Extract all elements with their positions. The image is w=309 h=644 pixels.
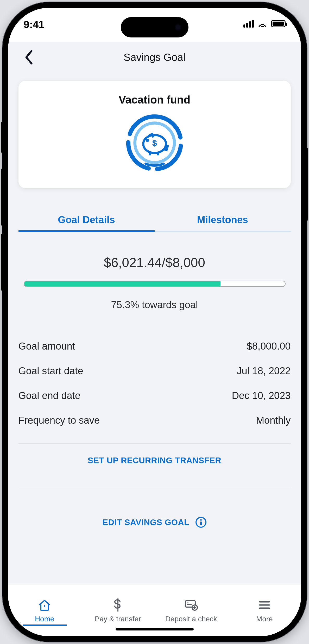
goal-name: Vacation fund [119, 94, 190, 106]
detail-label: Goal amount [18, 341, 75, 352]
savings-progress-graphic: $ [125, 113, 185, 173]
menu-icon [257, 598, 272, 612]
progress-amount: $6,021.44/$8,000 [24, 255, 286, 270]
detail-label: Frequency to save [18, 415, 100, 426]
svg-point-7 [44, 605, 45, 607]
nav-home[interactable]: Home [8, 584, 81, 636]
goal-details-list: Goal amount$8,000.00Goal start dateJul 1… [18, 334, 291, 433]
dollar-icon [111, 598, 125, 612]
back-button[interactable] [24, 49, 34, 65]
nav-home-label: Home [35, 615, 54, 623]
home-indicator[interactable] [116, 628, 194, 630]
svg-point-3 [147, 140, 148, 141]
detail-row: Goal start dateJul 18, 2022 [18, 359, 291, 383]
progress-bar [24, 281, 286, 287]
goal-card: Vacation fund $ [18, 81, 291, 188]
detail-row: Frequency to saveMonthly [18, 408, 291, 433]
tab-milestones[interactable]: Milestones [155, 214, 291, 232]
dynamic-island [121, 17, 188, 37]
detail-row: Goal amount$8,000.00 [18, 334, 291, 359]
divider [18, 488, 291, 488]
detail-row: Goal end dateDec 10, 2023 [18, 383, 291, 408]
detail-value: $8,000.00 [247, 341, 291, 352]
svg-rect-6 [200, 521, 202, 525]
nav-more[interactable]: More [228, 584, 301, 636]
svg-point-5 [200, 519, 202, 521]
detail-value: Monthly [256, 415, 291, 426]
edit-savings-goal-button[interactable]: EDIT SAVINGS GOAL [103, 518, 189, 527]
battery-icon [271, 20, 286, 27]
info-icon[interactable] [196, 517, 206, 528]
nav-deposit-label: Deposit a check [165, 615, 217, 623]
svg-text:$: $ [152, 138, 157, 148]
detail-label: Goal start date [18, 365, 83, 377]
detail-tabs: Goal Details Milestones [18, 214, 291, 232]
tab-goal-details[interactable]: Goal Details [18, 214, 155, 232]
navigation-bar: Savings Goal [8, 42, 301, 73]
nav-more-label: More [256, 615, 273, 623]
detail-value: Jul 18, 2022 [237, 365, 291, 377]
nav-pay-label: Pay & transfer [95, 615, 141, 623]
detail-label: Goal end date [18, 390, 81, 401]
status-time: 9:41 [24, 19, 45, 30]
detail-value: Dec 10, 2023 [232, 390, 291, 401]
setup-recurring-transfer-button[interactable]: SET UP RECURRING TRANSFER [8, 444, 301, 477]
cellular-icon [243, 20, 254, 28]
home-icon [37, 598, 52, 612]
page-title: Savings Goal [124, 51, 186, 63]
check-deposit-icon [184, 598, 198, 612]
wifi-icon [258, 20, 267, 27]
progress-percent-text: 75.3% towards goal [24, 299, 286, 311]
